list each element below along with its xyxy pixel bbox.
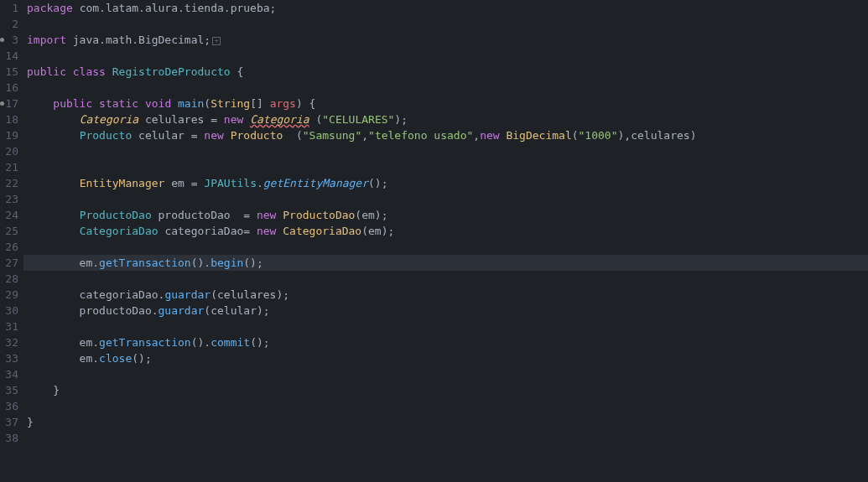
line-number: 26 [2, 239, 18, 255]
code-token: celular [138, 129, 185, 142]
code-token: = [231, 209, 257, 221]
line-number: 23 [2, 191, 18, 207]
line-number: 34 [2, 366, 18, 382]
code-token [138, 113, 145, 126]
code-line[interactable]: } [27, 414, 868, 430]
code-token [66, 65, 73, 78]
code-token: (); [250, 336, 269, 349]
code-token: = [185, 129, 204, 142]
code-token [27, 129, 80, 142]
code-line[interactable]: public class RegistroDeProducto { [27, 64, 868, 80]
code-token: ); [257, 304, 270, 317]
line-number: 19 [2, 127, 18, 143]
line-number: 1 [2, 0, 18, 16]
code-token [224, 129, 231, 142]
line-number: 24 [2, 207, 18, 223]
code-token: "1000" [579, 129, 618, 142]
code-line[interactable] [27, 398, 868, 414]
code-token: ) [690, 129, 697, 142]
line-number: 15 [2, 64, 18, 80]
line-number-gutter: 1231415161718192021222324252627282930313… [0, 0, 23, 482]
code-token: ) { [296, 97, 315, 110]
code-token: static [99, 97, 138, 110]
code-token: begin [211, 257, 243, 269]
code-token: { [231, 65, 244, 78]
code-line[interactable] [27, 80, 868, 96]
code-line[interactable]: productoDao.guardar(celular); [27, 303, 868, 319]
code-token: ), [618, 129, 632, 142]
code-line[interactable]: em.getTransaction().begin(); [27, 255, 868, 271]
code-token: getEntityManager [263, 177, 368, 189]
line-number: 21 [2, 159, 18, 175]
code-token [171, 97, 178, 110]
code-token: close [99, 352, 132, 365]
code-line[interactable] [27, 159, 868, 175]
code-token: ProductoDao [80, 209, 152, 221]
code-line[interactable] [27, 16, 868, 32]
code-token: guardar [159, 304, 205, 317]
code-line[interactable]: categoriaDao.guardar(celulares); [27, 287, 868, 303]
code-line[interactable]: em.getTransaction().commit(); [27, 334, 868, 350]
code-token [27, 225, 80, 237]
code-token [132, 129, 138, 142]
code-token: "CELULARES" [322, 113, 394, 126]
code-token: = [243, 225, 257, 237]
code-area[interactable]: package com.latam.alura.tienda.prueba;im… [23, 0, 868, 482]
code-token: celulares [217, 288, 276, 301]
line-number: 14 [2, 48, 18, 64]
code-token: com.latam.alura.tienda.prueba [80, 2, 270, 14]
code-line[interactable]: } [27, 382, 868, 398]
code-line[interactable]: Categoria celulares = new Categoria ("CE… [27, 111, 868, 127]
code-line[interactable]: Producto celular = new Producto ("Samsun… [27, 127, 868, 143]
line-number: 38 [2, 430, 18, 446]
code-line[interactable] [27, 48, 868, 64]
line-number: 22 [2, 175, 18, 191]
code-token: Producto [231, 129, 283, 142]
line-number: 37 [2, 414, 18, 430]
code-line[interactable]: ProductoDao productoDao = new ProductoDa… [27, 207, 868, 223]
line-number: 16 [2, 80, 18, 96]
code-token: ( [572, 129, 579, 142]
line-number: 29 [2, 287, 18, 303]
code-editor[interactable]: 1231415161718192021222324252627282930313… [0, 0, 868, 482]
line-number: 33 [2, 350, 18, 366]
code-line[interactable]: package com.latam.alura.tienda.prueba; [27, 0, 868, 16]
code-token: ); [394, 113, 408, 126]
code-token: celulares [145, 113, 204, 126]
code-token: ); [276, 288, 289, 301]
code-token: new [257, 209, 276, 221]
code-line[interactable]: import java.math.BigDecimal;+ [27, 32, 868, 48]
code-line[interactable] [27, 143, 868, 159]
code-line[interactable] [27, 239, 868, 255]
code-token: new [480, 129, 499, 142]
code-token: = [204, 113, 223, 126]
line-number: 28 [2, 271, 18, 287]
code-line[interactable] [27, 366, 868, 382]
code-line[interactable]: EntityManager em = JPAUtils.getEntityMan… [27, 175, 868, 191]
code-token: EntityManager [80, 177, 165, 189]
code-token: Producto [80, 129, 133, 142]
code-token: JPAUtils [204, 177, 257, 189]
line-number: 35 [2, 382, 18, 398]
code-line[interactable] [27, 271, 868, 287]
code-token: (); [368, 177, 387, 189]
code-token: Categoria [80, 113, 138, 126]
code-line[interactable] [27, 430, 868, 446]
code-token: "Samsung" [303, 129, 361, 142]
code-token: new [257, 225, 276, 237]
code-token: celular [211, 304, 257, 317]
code-token: productoDao. [27, 304, 159, 317]
code-token [73, 2, 80, 14]
code-token: (). [191, 257, 211, 269]
code-line[interactable]: CategoriaDao categoriaDao= new Categoria… [27, 223, 868, 239]
code-line[interactable]: public static void main(String[] args) { [27, 96, 868, 111]
code-token: ); [382, 225, 395, 237]
code-line[interactable] [27, 319, 868, 334]
code-token: java.math.BigDecimal; [66, 34, 211, 46]
code-line[interactable]: em.close(); [27, 350, 868, 366]
fold-collapsed-icon[interactable]: + [212, 37, 221, 45]
code-line[interactable] [27, 191, 868, 207]
code-token: ); [375, 209, 388, 221]
code-token: , [473, 129, 480, 142]
gutter-marker-icon [0, 38, 4, 42]
